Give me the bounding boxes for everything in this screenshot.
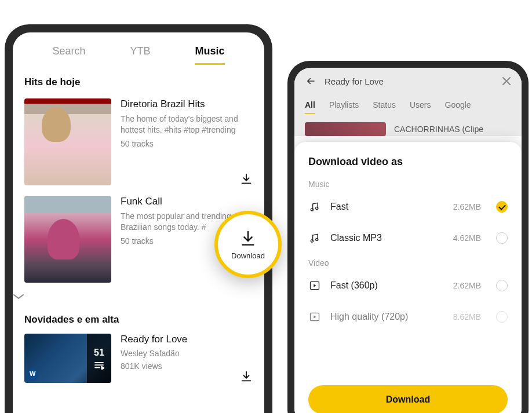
search-query-text[interactable]: Ready for Love (325, 76, 494, 86)
sheet-title: Download video as (308, 156, 508, 168)
option-radio-checked[interactable] (496, 201, 508, 213)
download-icon (240, 173, 253, 185)
video-artist: Wesley Safadão (121, 349, 253, 358)
download-icon (240, 370, 253, 383)
result-title: CACHORRINHAS (Clipe (394, 125, 483, 134)
section-hits-title: Hits de hoje (13, 65, 264, 88)
group-music-label: Music (308, 180, 508, 189)
phone-right-frame: Ready for Love All Playlists Status User… (287, 61, 529, 413)
publisher-badge (27, 369, 38, 381)
filter-playlists[interactable]: Playlists (329, 100, 359, 114)
music-note-icon (308, 232, 321, 244)
callout-label: Download (231, 251, 265, 260)
option-label: Classic MP3 (330, 233, 444, 243)
download-callout[interactable]: Download (214, 211, 282, 278)
option-fast-video[interactable]: Fast (360p) 2.62MB (308, 270, 508, 301)
filter-all[interactable]: All (305, 100, 315, 114)
option-fast-audio[interactable]: Fast 2.62MB (308, 191, 508, 222)
back-arrow-icon[interactable] (305, 76, 316, 86)
download-icon-button[interactable] (240, 173, 253, 185)
option-size: 2.62MB (453, 202, 481, 211)
video-body: Ready for Love Wesley Safadão 801K views (121, 334, 253, 383)
filter-users[interactable]: Users (410, 100, 431, 114)
playlist-title: Diretoria Brazil Hits (121, 98, 253, 110)
video-play-icon (308, 310, 321, 323)
result-thumbnail (305, 122, 386, 136)
playlist-meta: 50 tracks (121, 139, 253, 148)
svg-point-3 (316, 238, 318, 240)
music-note-icon (308, 200, 321, 213)
download-icon (239, 229, 257, 248)
filter-status[interactable]: Status (373, 100, 396, 114)
video-thumbnail: 51 (24, 334, 111, 383)
section-novidades-title: Novidades e em alta (13, 302, 264, 326)
playlist-count: 51 (94, 348, 104, 358)
option-radio[interactable] (496, 232, 508, 244)
search-result-row[interactable]: CACHORRINHAS (Clipe (294, 119, 522, 136)
svg-point-2 (311, 240, 313, 242)
expand-chevron[interactable] (13, 283, 264, 302)
playlist-count-overlay: 51 (87, 334, 111, 383)
download-sheet: Download video as Music Fast 2.62MB Clas… (294, 142, 522, 413)
download-button[interactable]: Download (308, 385, 508, 413)
video-item[interactable]: 51 Ready for Love Wesley Safadão 801K vi… (13, 326, 264, 383)
tab-ytb[interactable]: YTB (130, 45, 151, 65)
playlist-title: Funk Call (121, 196, 253, 207)
option-label: Fast (360p) (330, 280, 444, 291)
playlist-thumbnail (24, 98, 111, 185)
video-title: Ready for Love (121, 334, 253, 345)
clear-search-button[interactable] (502, 76, 511, 86)
option-size: 2.62MB (453, 281, 481, 290)
close-icon (502, 76, 511, 86)
phone-right-screen: Ready for Love All Playlists Status User… (294, 68, 522, 413)
top-tabs: Search YTB Music (13, 32, 264, 65)
playlist-desc: The home of today's biggest and hottest … (121, 114, 253, 136)
option-size: 8.62MB (453, 312, 481, 321)
playlist-body: Diretoria Brazil Hits The home of today'… (121, 98, 253, 185)
download-icon-button[interactable] (240, 370, 253, 383)
option-hq-video[interactable]: High quality (720p) 8.62MB (308, 301, 508, 332)
playlist-thumbnail (24, 196, 111, 283)
option-classic-mp3[interactable]: Classic MP3 4.62MB (308, 222, 508, 254)
filter-tabs: All Playlists Status Users Google (294, 94, 522, 119)
search-bar: Ready for Love (294, 68, 522, 94)
background-dimmed: Ready for Love All Playlists Status User… (294, 68, 522, 136)
chevron-down-icon (13, 293, 24, 300)
option-radio[interactable] (496, 280, 508, 291)
option-size: 4.62MB (453, 233, 481, 243)
option-radio[interactable] (496, 311, 508, 323)
filter-google[interactable]: Google (445, 100, 471, 114)
video-views: 801K views (121, 361, 253, 371)
tab-music[interactable]: Music (195, 45, 224, 65)
tab-search[interactable]: Search (52, 45, 85, 65)
group-video-label: Video (308, 258, 508, 268)
video-play-icon (308, 279, 321, 292)
svg-point-1 (316, 207, 318, 209)
playlist-icon (94, 361, 104, 370)
option-label: High quality (720p) (330, 312, 444, 322)
playlist-item[interactable]: Diretoria Brazil Hits The home of today'… (13, 88, 264, 185)
option-label: Fast (330, 202, 444, 212)
svg-point-0 (311, 209, 313, 211)
